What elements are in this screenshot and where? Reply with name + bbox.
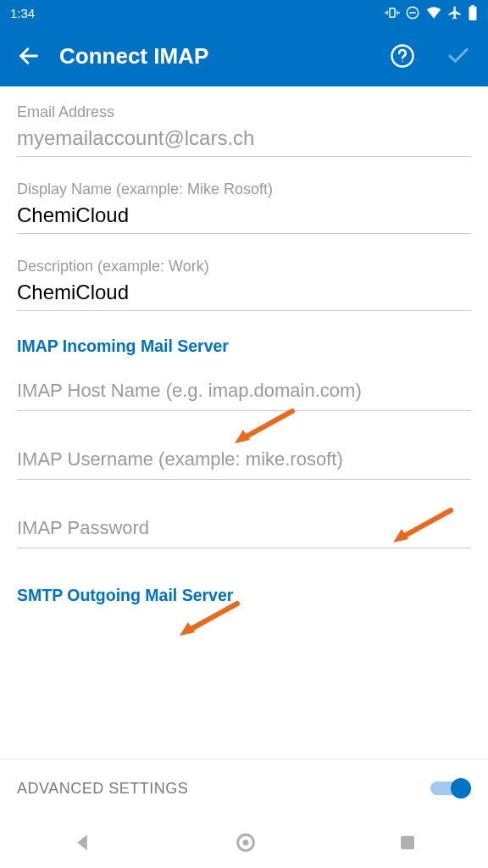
svg-point-11	[402, 61, 403, 63]
imap-host-input[interactable]: IMAP Host Name (e.g. imap.domain.com)	[17, 380, 471, 411]
nav-home-icon[interactable]	[234, 831, 258, 854]
description-value: ChemiCloud	[17, 281, 471, 311]
airplane-icon	[447, 5, 463, 20]
svg-rect-7	[469, 7, 477, 20]
nav-back-icon[interactable]	[70, 831, 94, 854]
help-icon[interactable]	[390, 43, 415, 69]
incoming-section-title: IMAP Incoming Mail Server	[17, 337, 471, 356]
vibrate-icon	[385, 5, 400, 20]
dnd-icon	[405, 5, 420, 20]
svg-point-13	[242, 840, 248, 846]
status-bar: 1:34	[0, 0, 488, 25]
svg-line-19	[188, 604, 237, 631]
outgoing-section-title: SMTP Outgoing Mail Server	[17, 586, 471, 605]
imap-username-input[interactable]: IMAP Username (example: mike.rosoft)	[17, 448, 471, 480]
advanced-settings-row[interactable]: ADVANCED SETTINGS	[0, 759, 488, 817]
wifi-icon	[425, 5, 442, 20]
battery-icon	[468, 5, 478, 20]
app-bar: Connect IMAP	[0, 25, 488, 86]
svg-rect-14	[401, 836, 414, 849]
email-field[interactable]: Email Address myemailaccount@lcars.ch	[17, 103, 471, 157]
display-name-label: Display Name (example: Mike Rosoft)	[17, 181, 471, 198]
svg-rect-8	[471, 5, 474, 7]
back-icon[interactable]	[17, 44, 41, 68]
display-name-field[interactable]: Display Name (example: Mike Rosoft) Chem…	[17, 181, 471, 234]
page-title: Connect IMAP	[59, 43, 371, 70]
imap-password-input[interactable]: IMAP Password	[17, 517, 471, 548]
confirm-icon[interactable]	[446, 43, 471, 69]
status-time: 1:34	[10, 6, 35, 20]
advanced-settings-label: ADVANCED SETTINGS	[17, 780, 188, 798]
nav-recent-icon[interactable]	[397, 832, 418, 853]
svg-rect-0	[390, 8, 395, 18]
system-nav-bar	[0, 817, 488, 868]
form-content: Email Address myemailaccount@lcars.ch Di…	[0, 86, 488, 605]
svg-marker-20	[180, 622, 195, 636]
description-label: Description (example: Work)	[17, 258, 471, 275]
email-label: Email Address	[17, 103, 471, 121]
email-value: myemailaccount@lcars.ch	[17, 126, 471, 157]
status-icons	[385, 5, 478, 20]
description-field[interactable]: Description (example: Work) ChemiCloud	[17, 258, 471, 311]
display-name-value: ChemiCloud	[17, 203, 471, 234]
advanced-settings-toggle[interactable]	[430, 776, 471, 800]
